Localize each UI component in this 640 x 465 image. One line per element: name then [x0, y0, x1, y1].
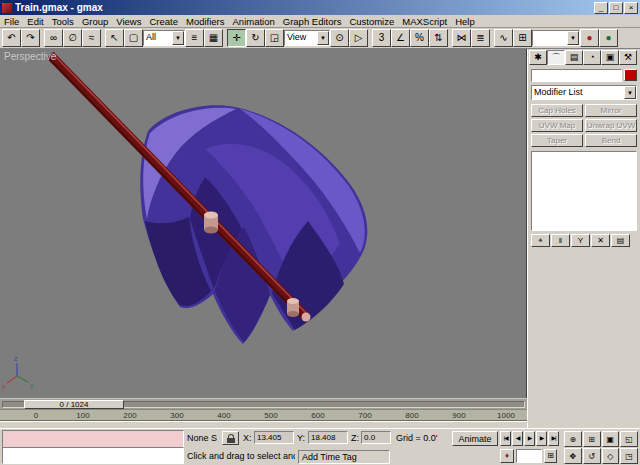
angle-snap-button[interactable]: ∠ — [391, 29, 410, 47]
track-bar[interactable]: 0 100 200 300 400 500 600 700 800 900 10… — [0, 409, 527, 421]
zoom-region-button[interactable]: ◱ — [620, 431, 638, 447]
tab-hierarchy[interactable]: ▤ — [565, 50, 583, 65]
select-object-button[interactable]: ↖ — [105, 29, 124, 47]
object-name-field[interactable] — [531, 69, 622, 82]
chevron-down-icon[interactable]: ▼ — [624, 86, 636, 99]
tab-utilities[interactable]: ⚒ — [619, 50, 637, 65]
tab-modify[interactable]: ⌒ — [547, 50, 565, 65]
make-unique-button[interactable]: Y — [571, 234, 590, 247]
zoom-all-button[interactable]: ⊞ — [583, 431, 601, 447]
y-coordinate-field[interactable]: 18.408 — [308, 431, 348, 444]
select-and-rotate-button[interactable]: ↻ — [246, 29, 265, 47]
show-end-result-button[interactable]: ‖ — [551, 234, 570, 247]
menu-help[interactable]: Help — [451, 16, 479, 27]
menu-maxscript[interactable]: MAXScript — [398, 16, 451, 27]
x-coordinate-field[interactable]: 13.405 — [254, 431, 294, 444]
key-mode-toggle[interactable]: ♦ — [500, 449, 514, 463]
previous-frame-button[interactable]: ◀ — [512, 431, 523, 446]
chevron-down-icon[interactable]: ▼ — [317, 31, 329, 45]
maxscript-mini-listener[interactable] — [2, 430, 184, 464]
go-to-end-button[interactable]: ▶| — [548, 431, 559, 446]
redo-button[interactable]: ↷ — [21, 29, 40, 47]
align-button[interactable]: ≣ — [471, 29, 490, 47]
zoom-button[interactable]: ⊕ — [564, 431, 582, 447]
curve-editor-button[interactable]: ∿ — [494, 29, 513, 47]
viewport-canvas[interactable]: z x y — [0, 49, 527, 398]
render-type-button[interactable]: ● — [599, 29, 618, 47]
modifier-button-bend[interactable]: Bend — [585, 134, 637, 147]
menu-views[interactable]: Views — [112, 16, 145, 27]
menu-customize[interactable]: Customize — [345, 16, 398, 27]
menu-tools[interactable]: Tools — [48, 16, 78, 27]
min-max-toggle-button[interactable]: ◳ — [620, 448, 638, 464]
object-color-swatch[interactable] — [624, 69, 637, 81]
mirror-button[interactable]: ⋈ — [452, 29, 471, 47]
time-configuration-button[interactable]: ⊞ — [544, 449, 557, 463]
listener-line[interactable] — [2, 447, 184, 464]
maximize-button[interactable]: □ — [609, 2, 623, 14]
go-to-start-button[interactable]: |◀ — [500, 431, 511, 446]
selection-lock-toggle[interactable] — [222, 431, 239, 445]
modifier-stack-list[interactable] — [531, 151, 637, 231]
perspective-viewport[interactable]: Perspective — [0, 49, 527, 398]
viewport-label[interactable]: Perspective — [4, 51, 56, 62]
zoom-extents-button[interactable]: ▣ — [602, 431, 620, 447]
modifier-button-taper[interactable]: Taper — [531, 134, 583, 147]
tab-display[interactable]: ▣ — [601, 50, 619, 65]
time-slider-handle[interactable]: 0 / 1024 — [24, 400, 124, 409]
named-selection-sets-dropdown[interactable]: ▼ — [532, 30, 580, 46]
support-cylinder-2[interactable] — [287, 298, 299, 317]
undo-button[interactable]: ↶ — [2, 29, 21, 47]
select-and-link-button[interactable]: ∞ — [44, 29, 63, 47]
tab-create[interactable]: ✱ — [529, 50, 547, 65]
arc-rotate-button[interactable]: ↺ — [583, 448, 601, 464]
selection-filter-dropdown[interactable]: All ▼ — [143, 30, 185, 46]
configure-button[interactable]: ▤ — [611, 234, 630, 247]
titlebar[interactable]: Train.gmax - gmax _ □ × — [0, 0, 640, 15]
menu-create[interactable]: Create — [145, 16, 182, 27]
pan-button[interactable]: ✥ — [564, 448, 582, 464]
support-cylinder-1[interactable] — [204, 212, 218, 234]
modifier-list-dropdown[interactable]: Modifier List ▼ — [531, 85, 637, 100]
select-by-name-button[interactable]: ≡ — [185, 29, 204, 47]
selection-region-button[interactable]: ▢ — [124, 29, 143, 47]
select-and-move-button[interactable]: ✛ — [227, 29, 246, 47]
spinner-snap-button[interactable]: ⇅ — [429, 29, 448, 47]
modifier-button-cap-holes[interactable]: Cap Holes — [531, 104, 583, 117]
modifier-button-uvw-map[interactable]: UVW Map — [531, 119, 583, 132]
bind-to-space-warp-button[interactable]: ≈ — [82, 29, 101, 47]
reference-coordinate-dropdown[interactable]: View ▼ — [284, 30, 330, 46]
close-button[interactable]: × — [624, 2, 638, 14]
snap-toggle-button[interactable]: 3 — [372, 29, 391, 47]
chevron-down-icon[interactable]: ▼ — [172, 31, 184, 45]
animate-button[interactable]: Animate — [452, 431, 498, 446]
material-editor-button[interactable]: ● — [580, 29, 599, 47]
macro-recorder-line[interactable] — [2, 430, 184, 447]
field-of-view-button[interactable]: ◇ — [602, 448, 620, 464]
menu-edit[interactable]: Edit — [23, 16, 47, 27]
next-frame-button[interactable]: ▶ — [536, 431, 547, 446]
schematic-view-button[interactable]: ⊞ — [513, 29, 532, 47]
minimize-button[interactable]: _ — [594, 2, 608, 14]
chevron-down-icon[interactable]: ▼ — [567, 31, 579, 45]
current-frame-field[interactable] — [516, 449, 542, 463]
menu-file[interactable]: File — [0, 16, 23, 27]
use-center-button[interactable]: ⊙ — [330, 29, 349, 47]
add-time-tag[interactable]: Add Time Tag — [298, 450, 390, 464]
percent-snap-button[interactable]: % — [410, 29, 429, 47]
z-coordinate-field[interactable]: 0.0 — [361, 431, 391, 444]
tab-motion[interactable]: ◔ — [583, 50, 601, 65]
menu-group[interactable]: Group — [78, 16, 112, 27]
remove-modifier-button[interactable]: ✕ — [591, 234, 610, 247]
menu-animation[interactable]: Animation — [229, 16, 279, 27]
unlink-selection-button[interactable]: ∅ — [63, 29, 82, 47]
window-crossing-button[interactable]: ▦ — [204, 29, 223, 47]
select-and-scale-button[interactable]: ◲ — [265, 29, 284, 47]
pin-stack-button[interactable]: ⌖ — [531, 234, 550, 247]
modifier-button-mirror[interactable]: Mirror — [585, 104, 637, 117]
menu-modifiers[interactable]: Modifiers — [182, 16, 229, 27]
play-button[interactable]: ▶ — [524, 431, 535, 446]
select-and-manipulate-button[interactable]: ▷ — [349, 29, 368, 47]
modifier-button-unwrap-uvw[interactable]: Unwrap UVW — [585, 119, 637, 132]
menu-graph-editors[interactable]: Graph Editors — [279, 16, 346, 27]
